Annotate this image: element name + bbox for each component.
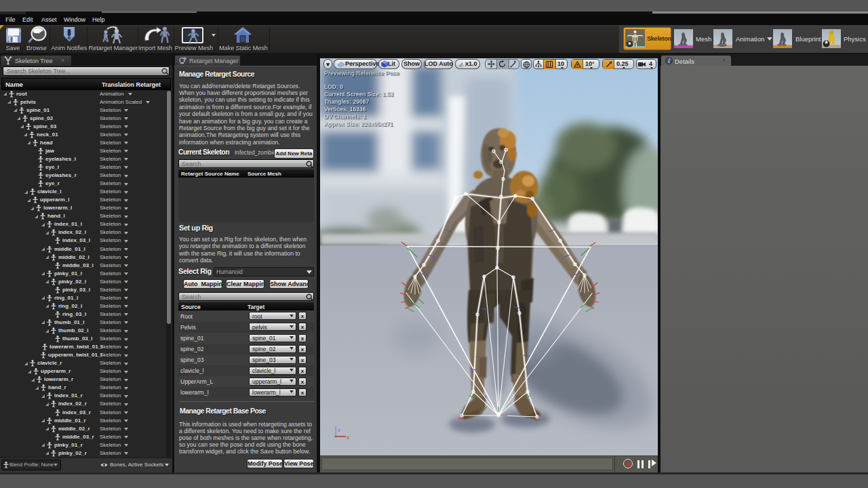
svg-text:*: * xyxy=(628,41,631,49)
svg-text:x: x xyxy=(347,434,349,441)
svg-text:*: * xyxy=(825,39,828,48)
svg-text:z: z xyxy=(338,427,340,433)
